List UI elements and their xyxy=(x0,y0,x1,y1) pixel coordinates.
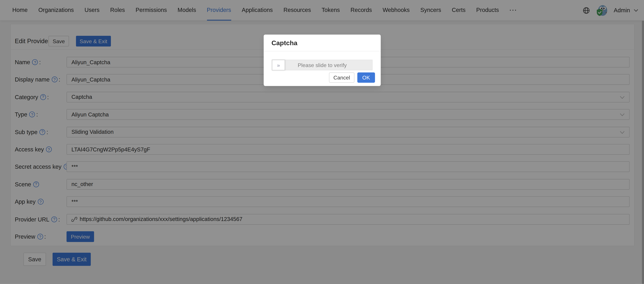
double-chevron-right-icon: » xyxy=(277,62,280,68)
ok-button[interactable]: OK xyxy=(358,72,375,83)
cancel-button[interactable]: Cancel xyxy=(329,72,354,83)
captcha-slider-handle[interactable]: » xyxy=(272,60,285,70)
captcha-modal: Captcha Please slide to verify » Cancel … xyxy=(264,35,381,86)
slider-hint-text: Please slide to verify xyxy=(298,62,347,68)
app-root: Home Organizations Users Roles Permissio… xyxy=(0,0,644,284)
modal-footer: Cancel OK xyxy=(329,72,375,83)
modal-title: Captcha xyxy=(272,39,298,47)
modal-divider xyxy=(264,51,381,51)
captcha-slider-track: Please slide to verify » xyxy=(272,60,372,70)
